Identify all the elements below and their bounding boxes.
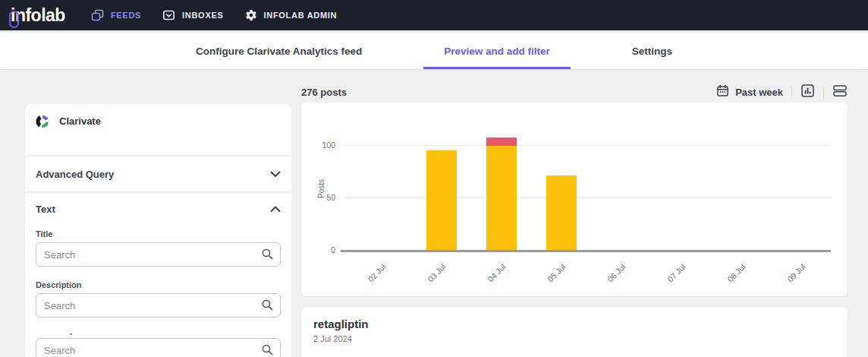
chart-bars	[351, 103, 831, 251]
nav-item-inboxes[interactable]: INBOXES	[162, 9, 223, 21]
post-count: 276 posts	[301, 87, 347, 98]
post-list-item[interactable]: retagliptin 2 Jul 2024	[301, 308, 848, 357]
source-card: Clarivate	[25, 104, 291, 155]
chart-view-icon	[800, 84, 815, 101]
nav-item-infolab-admin[interactable]: INFOLAB ADMIN	[245, 9, 338, 21]
tab-settings[interactable]: Settings	[612, 33, 693, 69]
y-tick-label: 50	[305, 193, 335, 202]
feeds-icon	[91, 9, 104, 21]
results-header: 276 posts Past week	[301, 82, 848, 102]
search-icon	[261, 248, 274, 264]
post-title: retagliptin	[313, 318, 835, 330]
x-tick-label: 06 Jul	[606, 262, 627, 283]
view-controls: Past week	[716, 84, 848, 101]
bar-segment-posts-primary[interactable]	[486, 146, 517, 251]
tab-configure-feed[interactable]: Configure Clarivate Analytics feed	[175, 33, 382, 69]
post-date: 2 Jul 2024	[313, 334, 835, 343]
chart-slot	[471, 103, 531, 251]
x-tick-label: 08 Jul	[726, 262, 747, 283]
top-navigation-bar: infolab FEEDS INBOXES	[0, 0, 868, 30]
chart-view-toggle[interactable]	[800, 84, 815, 101]
bar-04-jul[interactable]	[486, 137, 517, 251]
chart-slot	[711, 103, 771, 251]
title-search-input[interactable]	[36, 242, 281, 267]
advanced-query-label: Advanced Query	[36, 169, 114, 180]
x-tick-label: 07 Jul	[666, 262, 687, 283]
date-range-label: Past week	[735, 87, 783, 98]
text-filter-section: Text Title Description	[25, 193, 291, 357]
x-tick-label: 05 Jul	[546, 262, 568, 283]
nav-label: INFOLAB ADMIN	[264, 11, 338, 20]
search-icon	[261, 343, 274, 357]
feed-config-tabs: Configure Clarivate Analytics feed Previ…	[0, 30, 868, 69]
chart-slot	[771, 103, 831, 251]
posts-bar-chart: Posts 050100 02 Jul03 Jul04 Jul05 Jul06 …	[301, 103, 848, 296]
chart-slot	[531, 103, 591, 251]
list-view-icon	[832, 84, 848, 101]
nav-item-feeds[interactable]: FEEDS	[91, 9, 141, 21]
gear-icon	[245, 9, 257, 21]
calendar-icon	[716, 84, 729, 100]
text-section-toggle[interactable]: Text	[36, 193, 281, 225]
top-nav: FEEDS INBOXES INFOLAB ADMIN	[91, 9, 337, 21]
source-name: Clarivate	[59, 115, 101, 128]
bar-05-jul[interactable]	[546, 175, 577, 251]
third-search-input[interactable]	[36, 338, 281, 357]
search-icon	[261, 299, 274, 314]
chart-slot	[411, 103, 471, 251]
chart-slot	[591, 103, 651, 251]
inboxes-icon	[162, 9, 175, 21]
divider	[823, 86, 824, 98]
x-axis-line	[341, 250, 831, 252]
x-axis-ticks: 02 Jul03 Jul04 Jul05 Jul06 Jul07 Jul08 J…	[351, 256, 831, 286]
description-field-label: Description	[36, 280, 281, 289]
advanced-query-section-toggle[interactable]: Advanced Query	[25, 156, 291, 191]
y-tick-label: 0	[305, 245, 335, 254]
x-tick-label: 03 Jul	[426, 262, 448, 283]
text-section-label: Text	[36, 204, 55, 215]
chart-slot	[351, 103, 411, 251]
logo-tube-accent	[9, 11, 19, 28]
x-tick-label: 09 Jul	[786, 262, 807, 283]
chart-slot	[651, 103, 711, 251]
x-tick-label: 04 Jul	[486, 262, 508, 283]
date-range-picker[interactable]: Past week	[716, 84, 783, 100]
x-tick-label: 02 Jul	[366, 262, 388, 283]
infolab-logo[interactable]: infolab	[11, 5, 65, 26]
bar-segment-posts-primary[interactable]	[546, 175, 577, 251]
divider	[791, 86, 792, 98]
tab-preview-and-add-filter[interactable]: Preview and add filter	[423, 33, 571, 69]
description-search-input[interactable]	[36, 293, 281, 318]
chevron-down-icon	[270, 167, 281, 181]
filter-sidebar: Clarivate Advanced Query Text Title	[25, 104, 291, 357]
y-tick-label: 100	[305, 141, 335, 150]
bar-segment-posts-secondary[interactable]	[486, 137, 517, 146]
clipped-field-label-fragment	[70, 333, 72, 335]
nav-label: INBOXES	[182, 11, 223, 20]
chevron-up-icon	[270, 202, 281, 216]
list-view-toggle[interactable]	[832, 84, 848, 101]
title-field-label: Title	[36, 229, 281, 239]
bar-segment-posts-primary[interactable]	[426, 150, 457, 251]
clarivate-logo	[36, 115, 49, 131]
nav-label: FEEDS	[111, 11, 141, 20]
bar-03-jul[interactable]	[426, 150, 457, 251]
